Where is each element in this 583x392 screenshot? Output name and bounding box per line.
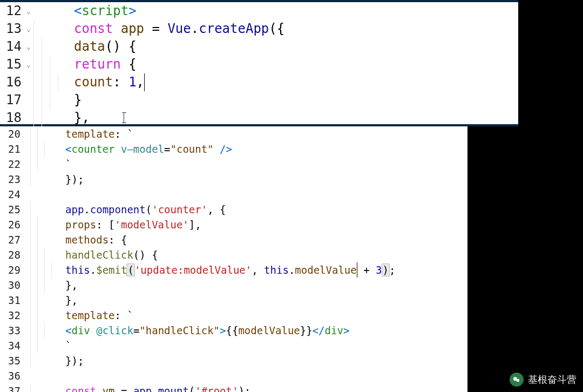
code-line[interactable]: 20template: ` bbox=[0, 126, 467, 141]
gutter-spacer bbox=[23, 308, 30, 323]
code-content[interactable]: const app = Vue.createApp({ bbox=[74, 20, 518, 38]
code-content[interactable]: }); bbox=[65, 172, 467, 187]
code-content[interactable]: template: ` bbox=[65, 126, 467, 141]
code-token: : ` bbox=[115, 309, 133, 321]
code-line[interactable]: 12⌄<script> bbox=[0, 2, 518, 20]
fold-toggle-icon[interactable]: ⌄ bbox=[24, 2, 33, 20]
code-content[interactable]: const vm = app.mount('#root'); bbox=[65, 383, 467, 392]
indent-guide bbox=[44, 308, 51, 323]
code-line[interactable]: 15⌄return { bbox=[0, 56, 518, 73]
fold-toggle-icon[interactable]: ⌄ bbox=[24, 38, 33, 56]
code-token: ], bbox=[189, 219, 201, 231]
code-line[interactable]: 21<counter v–model="count" /> bbox=[0, 141, 467, 157]
code-token: }, bbox=[74, 110, 90, 125]
editor-pane-bottom[interactable]: 20template: `21<counter v–model="count" … bbox=[0, 126, 467, 392]
line-number: 16 bbox=[0, 73, 24, 91]
code-editor[interactable]: 12⌄<script>13⌄const app = Vue.createApp(… bbox=[0, 0, 583, 392]
code-token bbox=[90, 325, 96, 336]
code-content[interactable]: ` bbox=[65, 157, 467, 172]
indent-guide bbox=[44, 232, 51, 247]
code-token: . bbox=[152, 385, 158, 392]
code-content[interactable]: <counter v–model="count" /> bbox=[65, 141, 467, 157]
code-content[interactable]: count: 1, bbox=[74, 73, 518, 91]
code-line[interactable]: 13⌄const app = Vue.createApp({ bbox=[0, 20, 518, 38]
code-content[interactable]: app.component('counter', { bbox=[65, 202, 467, 217]
indent-guide bbox=[44, 293, 51, 308]
gutter-spacer bbox=[23, 247, 30, 262]
code-line[interactable]: 36 bbox=[0, 368, 467, 383]
editor-pane-top[interactable]: 12⌄<script>13⌄const app = Vue.createApp(… bbox=[0, 0, 518, 126]
indent-guide bbox=[44, 217, 51, 232]
gutter-spacer bbox=[23, 126, 30, 141]
code-line[interactable]: 33<div @click="handleClick">{{modelValue… bbox=[0, 323, 467, 338]
indent-guide bbox=[30, 368, 37, 383]
code-line[interactable]: 31}, bbox=[0, 293, 467, 308]
code-content[interactable]: } bbox=[74, 91, 518, 109]
code-content[interactable]: }, bbox=[65, 278, 467, 293]
indent-guide bbox=[44, 172, 51, 187]
code-content[interactable]: }, bbox=[65, 293, 467, 308]
code-line[interactable]: 35}); bbox=[0, 353, 467, 368]
gutter-spacer bbox=[23, 293, 30, 308]
code-line[interactable]: 16count: 1, bbox=[0, 73, 518, 91]
indent-guide bbox=[51, 278, 58, 293]
code-token: "handleClick" bbox=[139, 325, 220, 336]
code-line[interactable]: 32template: ` bbox=[0, 308, 467, 323]
code-content[interactable]: handleClick() { bbox=[65, 247, 467, 262]
code-content[interactable]: methods: { bbox=[65, 232, 467, 247]
code-line[interactable]: 23}); bbox=[0, 172, 467, 187]
watermark: 基根奋斗营 bbox=[510, 373, 577, 387]
code-line[interactable]: 29this.$emit('update:modelValue', this.m… bbox=[0, 262, 467, 278]
code-token: 'counter' bbox=[152, 204, 207, 215]
code-content[interactable]: <script> bbox=[74, 2, 518, 20]
code-line[interactable]: 27methods: { bbox=[0, 232, 467, 247]
line-number: 37 bbox=[0, 383, 23, 392]
code-line[interactable]: 25app.component('counter', { bbox=[0, 202, 467, 217]
indent-guide bbox=[50, 73, 58, 91]
code-content[interactable]: }, bbox=[74, 109, 518, 127]
code-line[interactable]: 26props: ['modelValue'], bbox=[0, 217, 467, 232]
indent-guide bbox=[30, 338, 37, 353]
indent-guide bbox=[58, 202, 65, 217]
code-token: ( bbox=[189, 385, 195, 392]
indent-guide bbox=[42, 109, 50, 127]
code-token bbox=[115, 143, 121, 155]
indent-guide bbox=[44, 323, 51, 338]
indent-guide bbox=[58, 323, 65, 338]
indent-guide bbox=[50, 38, 58, 56]
code-line[interactable]: 22` bbox=[0, 157, 467, 172]
indent-guide bbox=[42, 56, 50, 73]
code-line[interactable]: 30}, bbox=[0, 278, 467, 293]
line-number: 24 bbox=[0, 187, 23, 202]
code-content[interactable]: }); bbox=[65, 353, 467, 368]
code-line[interactable]: 34` bbox=[0, 338, 467, 353]
line-number: 23 bbox=[0, 172, 23, 187]
code-content[interactable]: this.$emit('update:modelValue', this.mod… bbox=[65, 262, 467, 278]
indent-guide bbox=[66, 56, 74, 73]
code-content[interactable]: ` bbox=[65, 338, 467, 353]
fold-toggle-icon[interactable]: ⌄ bbox=[24, 56, 33, 73]
indent-guide bbox=[50, 109, 58, 127]
code-content[interactable] bbox=[65, 187, 467, 202]
indent-guide bbox=[44, 202, 51, 217]
code-content[interactable] bbox=[65, 368, 467, 383]
code-line[interactable]: 28handleClick() { bbox=[0, 247, 467, 262]
indent-guide bbox=[50, 20, 58, 38]
code-line[interactable]: 17} bbox=[0, 91, 518, 109]
code-line[interactable]: 14⌄data() { bbox=[0, 38, 518, 56]
code-line[interactable]: 24 bbox=[0, 187, 467, 202]
code-content[interactable]: return { bbox=[74, 56, 518, 73]
code-content[interactable]: <div @click="handleClick">{{modelValue}}… bbox=[65, 323, 467, 338]
line-number: 32 bbox=[0, 308, 23, 323]
fold-toggle-icon[interactable]: ⌄ bbox=[24, 20, 33, 38]
code-line[interactable]: 18}, bbox=[0, 109, 518, 127]
indent-guide bbox=[51, 262, 58, 278]
code-line[interactable]: 37const vm = app.mount('#root'); bbox=[0, 383, 467, 392]
code-content[interactable]: template: ` bbox=[65, 308, 467, 323]
code-content[interactable]: props: ['modelValue'], bbox=[65, 217, 467, 232]
indent-guide bbox=[51, 338, 58, 353]
indent-guide bbox=[30, 383, 37, 392]
code-content[interactable]: data() { bbox=[74, 38, 518, 56]
code-token: > bbox=[128, 3, 136, 18]
indent-guide bbox=[58, 126, 65, 141]
